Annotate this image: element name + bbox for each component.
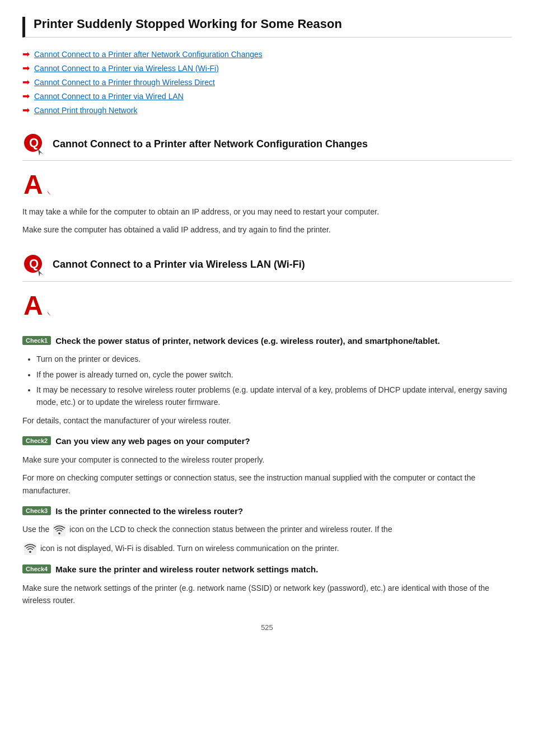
- page-header: Printer Suddenly Stopped Working for Som…: [22, 17, 512, 38]
- q-header: Q Cannot Connect to a Printer after Netw…: [22, 132, 512, 161]
- wifi-text-line1: Use the icon on the LCD to check the con…: [22, 523, 512, 536]
- arrow-icon: ➡: [22, 105, 30, 115]
- check-title: Is the printer connected to the wireless…: [55, 505, 243, 518]
- svg-marker-4: [47, 190, 50, 196]
- check-row: Check4Make sure the printer and wireless…: [22, 563, 512, 576]
- check-row: Check3Is the printer connected to the wi…: [22, 505, 512, 518]
- page-number: 525: [22, 623, 512, 632]
- svg-marker-9: [47, 311, 50, 317]
- check-title: Can you view any web pages on your compu…: [55, 435, 250, 448]
- svg-point-13: [29, 551, 31, 553]
- check-row: Check1Check the power status of printer,…: [22, 335, 512, 348]
- toc-item: ➡Cannot Connect to a Printer after Netwo…: [22, 49, 512, 59]
- check-row: Check2Can you view any web pages on your…: [22, 435, 512, 448]
- check-after-text: Make sure the network settings of the pr…: [22, 582, 512, 607]
- check-badge: Check2: [22, 436, 51, 445]
- svg-text:A: A: [24, 291, 43, 318]
- toc-item: ➡Cannot Connect to a Printer via Wired L…: [22, 91, 512, 101]
- check-after-text: For more on checking computer settings o…: [22, 472, 512, 497]
- table-of-contents: ➡Cannot Connect to a Printer after Netwo…: [22, 49, 512, 115]
- svg-point-11: [58, 532, 60, 534]
- svg-marker-7: [38, 270, 44, 277]
- list-item: If the power is already turned on, cycle…: [36, 368, 512, 381]
- svg-text:A: A: [24, 170, 43, 197]
- arrow-icon: ➡: [22, 49, 30, 59]
- svg-text:Q: Q: [29, 136, 39, 150]
- arrow-icon: ➡: [22, 63, 30, 73]
- wifi-text-line2: icon is not displayed, Wi-Fi is disabled…: [22, 542, 512, 555]
- list-item: Turn on the printer or devices.: [36, 353, 512, 365]
- toc-link[interactable]: Cannot Connect to a Printer through Wire…: [34, 78, 215, 87]
- svg-text:Q: Q: [29, 256, 39, 270]
- check-badge: Check3: [22, 506, 51, 515]
- sections-container: Q Cannot Connect to a Printer after Netw…: [22, 132, 512, 606]
- check-title: Make sure the printer and wireless route…: [55, 563, 318, 576]
- answer-paragraph: It may take a while for the computer to …: [22, 206, 512, 218]
- check-title: Check the power status of printer, netwo…: [55, 335, 440, 348]
- toc-item: ➡Cannot Connect to a Printer through Wir…: [22, 77, 512, 87]
- q-header: Q Cannot Connect to a Printer via Wirele…: [22, 253, 512, 282]
- toc-link[interactable]: Cannot Connect to a Printer after Networ…: [34, 50, 263, 59]
- check-after-text: For details, contact the manufacturer of…: [22, 414, 512, 427]
- q-title: Cannot Connect to a Printer after Networ…: [53, 138, 368, 150]
- check-badge: Check4: [22, 564, 51, 573]
- toc-link[interactable]: Cannot Print through Network: [34, 106, 137, 115]
- toc-item: ➡Cannot Print through Network: [22, 105, 512, 115]
- check-after-text: Make sure your computer is connected to …: [22, 454, 512, 466]
- arrow-icon: ➡: [22, 91, 30, 101]
- q-title: Cannot Connect to a Printer via Wireless…: [53, 259, 305, 270]
- bullet-list: Turn on the printer or devices.If the po…: [36, 353, 512, 409]
- toc-item: ➡Cannot Connect to a Printer via Wireles…: [22, 63, 512, 73]
- svg-marker-2: [38, 149, 44, 156]
- section: Q Cannot Connect to a Printer via Wirele…: [22, 253, 512, 607]
- page-title: Printer Suddenly Stopped Working for Som…: [34, 17, 512, 31]
- toc-link[interactable]: Cannot Connect to a Printer via Wireless…: [34, 64, 219, 73]
- answer-paragraph: Make sure the computer has obtained a va…: [22, 223, 512, 236]
- toc-link[interactable]: Cannot Connect to a Printer via Wired LA…: [34, 92, 184, 101]
- a-icon: A: [22, 290, 512, 326]
- section: Q Cannot Connect to a Printer after Netw…: [22, 132, 512, 236]
- check-badge: Check1: [22, 336, 51, 345]
- arrow-icon: ➡: [22, 77, 30, 87]
- list-item: It may be necessary to resolve wireless …: [36, 384, 512, 409]
- a-icon: A: [22, 169, 512, 206]
